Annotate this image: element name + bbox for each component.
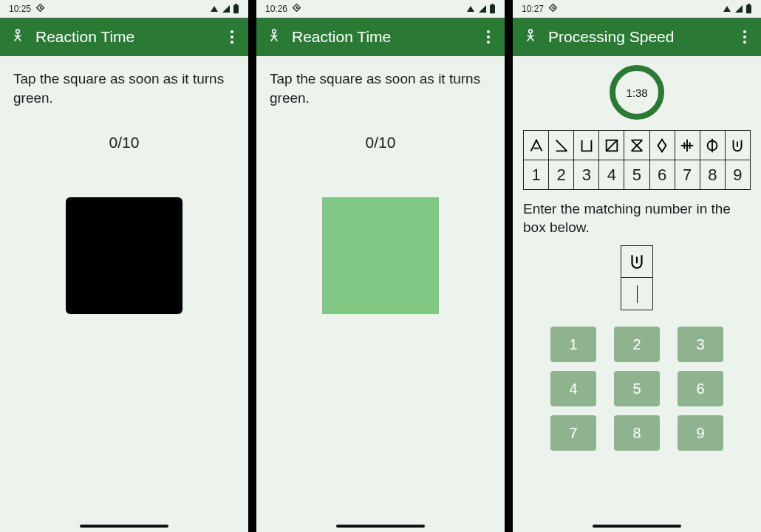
key-number-3: 3 bbox=[574, 160, 599, 190]
app-title: Reaction Time bbox=[35, 28, 223, 46]
alarm-icon bbox=[35, 3, 45, 15]
progress-counter: 0/10 bbox=[13, 134, 235, 151]
phone-screen-3: 10:27 Processing Speed 1: bbox=[513, 0, 761, 532]
status-icons bbox=[209, 4, 239, 14]
battery-icon bbox=[745, 4, 752, 14]
svg-point-17 bbox=[743, 41, 746, 44]
app-logo-icon bbox=[264, 27, 284, 47]
alarm-icon bbox=[292, 3, 301, 15]
svg-point-4 bbox=[231, 35, 233, 38]
key-number-6: 6 bbox=[649, 160, 675, 190]
text-cursor bbox=[637, 285, 638, 303]
key-number-1: 1 bbox=[524, 160, 549, 190]
svg-rect-0 bbox=[233, 4, 239, 13]
answer-box bbox=[621, 245, 653, 310]
app-bar: Processing Speed bbox=[513, 18, 761, 56]
instruction-text: Tap the square as soon as it turns green… bbox=[13, 69, 235, 107]
number-row: 1 2 3 4 5 6 7 8 9 bbox=[524, 160, 751, 190]
overflow-menu-icon[interactable] bbox=[480, 28, 497, 46]
key-symbol-5 bbox=[624, 131, 649, 160]
clock: 10:25 bbox=[9, 4, 31, 14]
svg-point-16 bbox=[743, 35, 746, 38]
numpad-key-8[interactable]: 8 bbox=[614, 415, 660, 451]
app-bar: Reaction Time bbox=[0, 18, 248, 56]
key-number-8: 8 bbox=[700, 160, 725, 190]
phone-screen-2: 10:26 Reaction Time Tap the square as so… bbox=[256, 0, 505, 532]
svg-point-2 bbox=[16, 30, 20, 33]
signal-icon bbox=[221, 4, 231, 13]
svg-point-5 bbox=[231, 41, 233, 44]
key-symbol-4 bbox=[599, 131, 624, 160]
key-symbol-3 bbox=[574, 131, 599, 160]
reaction-square[interactable] bbox=[66, 197, 182, 314]
svg-point-8 bbox=[273, 30, 276, 33]
home-indicator[interactable] bbox=[336, 525, 425, 528]
numpad-key-7[interactable]: 7 bbox=[550, 415, 596, 451]
key-symbol-7 bbox=[675, 131, 700, 160]
svg-rect-6 bbox=[490, 4, 495, 13]
app-title: Reaction Time bbox=[292, 28, 480, 46]
app-title: Processing Speed bbox=[548, 28, 736, 46]
target-symbol-cell bbox=[621, 245, 653, 278]
app-bar: Reaction Time bbox=[256, 18, 505, 56]
key-symbol-1 bbox=[524, 131, 549, 160]
key-number-2: 2 bbox=[549, 160, 574, 190]
numpad-key-1[interactable]: 1 bbox=[550, 327, 596, 362]
svg-rect-7 bbox=[491, 4, 494, 5]
symbol-key-table: 1 2 3 4 5 6 7 8 9 bbox=[523, 130, 751, 190]
app-logo-icon bbox=[520, 27, 541, 47]
battery-icon bbox=[489, 4, 496, 14]
key-symbol-6 bbox=[649, 131, 675, 160]
app-logo-icon bbox=[7, 27, 28, 47]
timer-ring: 1:38 bbox=[610, 65, 664, 120]
timer-value: 1:38 bbox=[626, 86, 647, 99]
svg-point-3 bbox=[231, 30, 233, 33]
status-icons bbox=[722, 4, 752, 14]
answer-input-cell[interactable] bbox=[621, 278, 653, 310]
key-number-9: 9 bbox=[725, 160, 750, 190]
overflow-menu-icon[interactable] bbox=[223, 28, 241, 46]
numpad-key-3[interactable]: 3 bbox=[678, 327, 723, 362]
status-bar: 10:26 bbox=[256, 0, 505, 18]
battery-icon bbox=[233, 4, 239, 14]
svg-rect-13 bbox=[748, 4, 750, 5]
svg-point-10 bbox=[487, 35, 490, 38]
wifi-icon bbox=[209, 4, 219, 13]
alarm-icon bbox=[548, 3, 558, 15]
overflow-menu-icon[interactable] bbox=[736, 28, 754, 46]
prompt-text: Enter the matching number in the box bel… bbox=[523, 200, 751, 236]
home-indicator[interactable] bbox=[80, 525, 168, 528]
reaction-square[interactable] bbox=[322, 197, 439, 314]
key-symbol-9 bbox=[725, 131, 750, 160]
symbol-row bbox=[524, 131, 751, 160]
key-number-5: 5 bbox=[624, 160, 649, 190]
numpad-key-2[interactable]: 2 bbox=[614, 327, 660, 362]
numpad-key-5[interactable]: 5 bbox=[614, 371, 660, 406]
clock: 10:27 bbox=[522, 4, 544, 14]
svg-rect-1 bbox=[235, 4, 237, 5]
status-bar: 10:25 bbox=[0, 0, 248, 18]
status-icons bbox=[465, 4, 496, 14]
clock: 10:26 bbox=[265, 4, 287, 14]
status-bar: 10:27 bbox=[513, 0, 761, 18]
key-symbol-8 bbox=[700, 131, 725, 160]
phone-screen-1: 10:25 Reaction Time Tap the square as so… bbox=[0, 0, 248, 532]
progress-counter: 0/10 bbox=[270, 134, 491, 151]
svg-point-11 bbox=[487, 41, 490, 44]
svg-point-9 bbox=[487, 30, 490, 33]
wifi-icon bbox=[465, 4, 476, 13]
numpad-key-4[interactable]: 4 bbox=[550, 371, 596, 406]
key-number-7: 7 bbox=[675, 160, 700, 190]
svg-point-15 bbox=[743, 30, 746, 33]
key-number-4: 4 bbox=[599, 160, 624, 190]
instruction-text: Tap the square as soon as it turns green… bbox=[270, 69, 491, 107]
numpad-key-9[interactable]: 9 bbox=[678, 415, 723, 451]
signal-icon bbox=[734, 4, 744, 13]
signal-icon bbox=[477, 4, 488, 13]
svg-point-14 bbox=[529, 30, 533, 33]
svg-rect-12 bbox=[746, 4, 751, 13]
numpad-key-6[interactable]: 6 bbox=[678, 371, 723, 406]
wifi-icon bbox=[722, 4, 732, 13]
home-indicator[interactable] bbox=[593, 525, 681, 528]
number-pad: 1 2 3 4 5 6 7 8 9 bbox=[523, 327, 751, 451]
